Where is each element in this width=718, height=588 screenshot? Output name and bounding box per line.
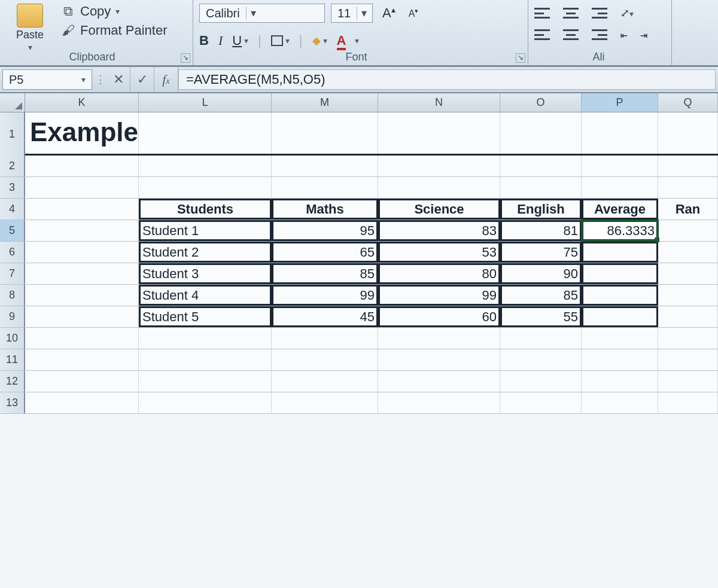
- cell[interactable]: [139, 156, 272, 176]
- cell[interactable]: [500, 349, 582, 370]
- decrease-indent-button[interactable]: ⇤: [620, 28, 627, 42]
- column-header-L[interactable]: L: [139, 93, 272, 112]
- cell[interactable]: [658, 285, 718, 306]
- insert-function-button[interactable]: fx: [154, 67, 178, 92]
- cell-average[interactable]: [582, 285, 658, 306]
- paste-button[interactable]: Paste ▾: [6, 2, 54, 52]
- cell[interactable]: [500, 371, 582, 392]
- cell[interactable]: [658, 306, 718, 327]
- cell[interactable]: [272, 156, 378, 176]
- cell[interactable]: [139, 112, 272, 154]
- cancel-formula-button[interactable]: ✕: [107, 67, 130, 92]
- header-students[interactable]: Students: [139, 199, 272, 220]
- cell-english[interactable]: 90: [500, 263, 582, 284]
- cell-science[interactable]: 60: [378, 306, 500, 327]
- font-size-combo[interactable]: 11 ▾: [331, 4, 373, 23]
- column-header-K[interactable]: K: [25, 93, 139, 112]
- cell-maths[interactable]: 95: [272, 220, 378, 241]
- cell[interactable]: [658, 371, 718, 392]
- cell-science[interactable]: 80: [378, 263, 500, 284]
- header-average[interactable]: Average: [582, 199, 658, 220]
- row-header-11[interactable]: 11: [0, 349, 25, 370]
- cell-student[interactable]: Student 3: [139, 263, 272, 284]
- cell-english[interactable]: 81: [500, 220, 582, 241]
- cell-average[interactable]: [582, 242, 658, 263]
- cell-student[interactable]: Student 5: [139, 306, 272, 327]
- cell[interactable]: [658, 392, 718, 413]
- cell-science[interactable]: 83: [378, 220, 500, 241]
- row-header-2[interactable]: 2: [0, 156, 25, 176]
- cell[interactable]: [139, 392, 272, 413]
- cell[interactable]: [582, 371, 658, 392]
- column-header-N[interactable]: N: [378, 93, 500, 112]
- cell[interactable]: [139, 349, 272, 370]
- cell-student[interactable]: Student 1: [139, 220, 272, 241]
- cell-average[interactable]: [582, 263, 658, 284]
- column-header-O[interactable]: O: [500, 93, 582, 112]
- row-header-12[interactable]: 12: [0, 371, 25, 392]
- italic-button[interactable]: I: [218, 33, 223, 48]
- cell[interactable]: [658, 112, 718, 154]
- cell[interactable]: [272, 392, 378, 413]
- cell[interactable]: [378, 112, 500, 154]
- cell[interactable]: [272, 349, 378, 370]
- format-painter-button[interactable]: 🖌 Format Painter: [61, 23, 187, 38]
- name-box[interactable]: P5 ▾: [2, 69, 92, 90]
- increase-font-button[interactable]: A▴: [379, 5, 399, 21]
- cell[interactable]: [272, 112, 378, 154]
- align-left-button[interactable]: [534, 29, 550, 40]
- decrease-font-button[interactable]: A▾: [405, 7, 422, 19]
- font-launcher[interactable]: ↘: [516, 53, 525, 63]
- cell[interactable]: [582, 349, 658, 370]
- row-header-8[interactable]: 8: [0, 285, 25, 306]
- header-science[interactable]: Science: [378, 199, 500, 220]
- align-bottom-button[interactable]: [592, 8, 607, 19]
- cell[interactable]: [25, 220, 139, 241]
- row-header-5[interactable]: 5: [0, 220, 25, 241]
- cell[interactable]: [25, 199, 139, 220]
- fill-color-button[interactable]: ▾: [312, 34, 327, 47]
- cell[interactable]: [500, 156, 582, 176]
- cell[interactable]: [658, 156, 718, 176]
- row-header-6[interactable]: 6: [0, 242, 25, 263]
- cell[interactable]: [25, 285, 139, 306]
- copy-button[interactable]: ⧉ Copy ▾: [61, 4, 187, 19]
- cell[interactable]: [139, 328, 272, 349]
- cell-student[interactable]: Student 4: [139, 285, 272, 306]
- select-all-button[interactable]: [0, 93, 25, 112]
- cell[interactable]: [25, 156, 139, 176]
- font-name-combo[interactable]: Calibri ▾: [199, 4, 325, 23]
- cell[interactable]: [25, 328, 139, 349]
- row-header-4[interactable]: 4: [0, 199, 25, 220]
- cell[interactable]: [25, 242, 139, 263]
- column-header-M[interactable]: M: [272, 93, 378, 112]
- cell[interactable]: [582, 112, 658, 154]
- font-color-button[interactable]: A ▾: [337, 33, 359, 48]
- cell[interactable]: [658, 263, 718, 284]
- cell[interactable]: [25, 306, 139, 327]
- cell[interactable]: [378, 156, 500, 176]
- align-right-button[interactable]: [592, 29, 607, 40]
- cell[interactable]: [500, 112, 582, 154]
- cell[interactable]: [582, 328, 658, 349]
- cell[interactable]: [658, 177, 718, 198]
- cell[interactable]: [500, 328, 582, 349]
- cell[interactable]: [582, 156, 658, 176]
- cell[interactable]: [378, 328, 500, 349]
- cell[interactable]: [139, 371, 272, 392]
- bold-button[interactable]: B: [199, 33, 209, 48]
- cell[interactable]: [272, 177, 378, 198]
- cell[interactable]: [500, 392, 582, 413]
- cell[interactable]: [658, 242, 718, 263]
- cell-student[interactable]: Student 2: [139, 242, 272, 263]
- cell[interactable]: [658, 349, 718, 370]
- align-top-button[interactable]: [534, 8, 550, 19]
- cell[interactable]: [582, 177, 658, 198]
- clipboard-launcher[interactable]: ↘: [181, 53, 190, 63]
- cell-english[interactable]: 85: [500, 285, 582, 306]
- row-header-7[interactable]: 7: [0, 263, 25, 284]
- cell-science[interactable]: 53: [378, 242, 500, 263]
- column-header-P[interactable]: P: [582, 93, 658, 112]
- cell[interactable]: Example: [25, 112, 139, 154]
- cell-average-selected[interactable]: 86.3333: [582, 220, 658, 241]
